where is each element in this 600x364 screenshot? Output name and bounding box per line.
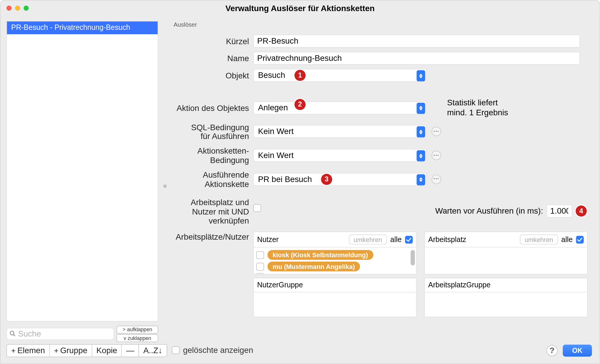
nutzer-invert-button[interactable]: umkehren: [349, 235, 387, 245]
label-ausf: Ausführende Aktionskette: [175, 169, 253, 189]
nutzer-all-checkbox[interactable]: [405, 236, 413, 243]
objekt-select[interactable]: Besuch: [253, 69, 427, 82]
svg-line-1: [13, 335, 15, 336]
sort-button[interactable]: A..Z↓: [139, 345, 167, 357]
label-ap-nutzer: Arbeitsplätze/Nutzer: [175, 232, 253, 242]
splitter-handle-icon[interactable]: [163, 185, 167, 188]
tree-list[interactable]: PR-Besuch - Privatrechnung-Besuch: [6, 21, 158, 322]
add-element-button[interactable]: +Elemen: [7, 345, 50, 357]
search-placeholder: Suche: [18, 329, 41, 339]
sidebar: PR-Besuch - Privatrechnung-Besuch Suche …: [0, 17, 164, 342]
arbeitsplatz-gruppe-title: ArbeitsplatzGruppe: [428, 281, 491, 289]
akb-value: Kein Wert: [258, 151, 294, 160]
label-aktion: Aktion des Objektes: [175, 103, 253, 113]
actionchain-condition-select[interactable]: Kein Wert: [253, 149, 427, 162]
window-title: Verwaltung Auslöser für Aktionsketten: [225, 4, 374, 13]
callout-badge-1: 1: [294, 70, 306, 81]
user-tag: kiosk (Kiosk Selbstanmeldung): [267, 250, 373, 260]
item-checkbox[interactable]: [256, 263, 264, 270]
arbeitsplatz-gruppe-body[interactable]: [425, 292, 587, 317]
list-item[interactable]: [256, 273, 414, 274]
objekt-value: Besuch: [258, 71, 285, 80]
item-checkbox[interactable]: [256, 251, 264, 259]
nutzer-title: Nutzer: [257, 235, 279, 244]
label-sql: SQL-Bedingung für Ausführen: [175, 122, 253, 141]
main-form: Auslöser Kürzel Name: [164, 17, 599, 342]
stat-text: Statistik liefert mind. 1 Ergebnis: [447, 98, 508, 118]
wait-label: Warten vor Ausführen (in ms):: [435, 206, 543, 216]
label-objekt: Objekt: [175, 70, 253, 80]
callout-badge-3: 3: [321, 174, 332, 185]
actionchain-select[interactable]: PR bei Besuch: [253, 173, 427, 186]
minimize-icon[interactable]: [15, 6, 20, 11]
dialog-window: Verwaltung Auslöser für Aktionsketten PR…: [0, 0, 600, 364]
callout-badge-2: 2: [294, 99, 306, 110]
section-title: Auslöser: [172, 20, 591, 30]
chevron-updown-icon: [417, 70, 425, 81]
akb-edit-button[interactable]: ···: [432, 151, 441, 160]
nutzer-list: Nutzer umkehren alle: [253, 232, 417, 274]
expand-all-button[interactable]: > aufklappen: [117, 326, 158, 333]
nutzer-gruppe-body[interactable]: [254, 292, 416, 317]
scrollbar-thumb[interactable]: [411, 250, 415, 266]
arbeitsplatz-title: Arbeitsplatz: [428, 235, 466, 244]
chevron-updown-icon: [417, 103, 425, 114]
nutzer-gruppe-title: NutzerGruppe: [257, 281, 303, 289]
nutzer-gruppe-list: NutzerGruppe: [253, 278, 417, 317]
name-input[interactable]: [253, 52, 580, 65]
copy-button[interactable]: Kopie: [92, 345, 122, 357]
ausf-edit-button[interactable]: ···: [432, 175, 441, 184]
remove-button[interactable]: —: [122, 345, 139, 357]
label-name: Name: [175, 53, 253, 63]
aktion-select[interactable]: Anlegen: [253, 101, 427, 114]
window-controls: [6, 6, 29, 11]
arbeitsplatz-list: Arbeitsplatz umkehren alle: [424, 232, 587, 274]
titlebar: Verwaltung Auslöser für Aktionsketten: [0, 0, 599, 17]
show-deleted-checkbox[interactable]: [172, 346, 180, 354]
search-input[interactable]: Suche: [6, 328, 114, 340]
kuerzel-input[interactable]: [253, 35, 580, 48]
bottom-toolbar: +Elemen +Gruppe Kopie — A..Z↓ gelöschte …: [0, 342, 599, 359]
show-deleted-label: gelöschte anzeigen: [183, 346, 253, 355]
wait-input[interactable]: [546, 205, 572, 217]
tree-item-selected[interactable]: PR-Besuch - Privatrechnung-Besuch: [7, 21, 158, 34]
label-kuerzel: Kürzel: [175, 36, 253, 46]
list-item[interactable]: kiosk (Kiosk Selbstanmeldung): [256, 250, 414, 260]
label-und: Arbeitsplatz und Nutzer mit UND verknüpf…: [175, 197, 253, 226]
help-button[interactable]: ?: [546, 345, 558, 356]
sql-condition-select[interactable]: Kein Wert: [253, 125, 427, 138]
ok-button[interactable]: OK: [563, 345, 592, 357]
chevron-updown-icon: [417, 126, 425, 138]
arbeitsplatz-invert-button[interactable]: umkehren: [520, 235, 558, 245]
label-akb: Aktionsketten- Bedingung: [175, 146, 253, 165]
list-item[interactable]: mu (Mustermann Angelika): [256, 262, 414, 272]
ausf-value: PR bei Besuch: [258, 175, 312, 184]
arbeitsplatz-body[interactable]: [425, 248, 587, 274]
user-tag: mu (Mustermann Angelika): [267, 262, 360, 272]
arbeitsplatz-all-label: alle: [561, 235, 573, 244]
chevron-updown-icon: [417, 150, 425, 162]
arbeitsplatz-all-checkbox[interactable]: [576, 236, 584, 243]
und-checkbox[interactable]: [253, 204, 261, 212]
close-icon[interactable]: [6, 6, 12, 11]
item-checkbox[interactable]: [256, 273, 264, 274]
arbeitsplatz-gruppe-list: ArbeitsplatzGruppe: [424, 278, 587, 317]
zoom-icon[interactable]: [23, 6, 29, 11]
search-icon: [9, 329, 15, 339]
minus-icon: —: [126, 346, 134, 355]
sql-value: Kein Wert: [258, 127, 294, 136]
nutzer-all-label: alle: [390, 235, 402, 244]
callout-badge-4: 4: [576, 205, 587, 217]
add-group-button[interactable]: +Gruppe: [50, 345, 92, 357]
collapse-all-button[interactable]: v zuklappen: [117, 334, 158, 342]
svg-point-0: [10, 331, 14, 335]
form-panel: Kürzel Name Objekt: [172, 30, 591, 326]
aktion-value: Anlegen: [258, 103, 288, 112]
sql-edit-button[interactable]: ···: [432, 127, 441, 136]
chevron-updown-icon: [417, 174, 425, 185]
